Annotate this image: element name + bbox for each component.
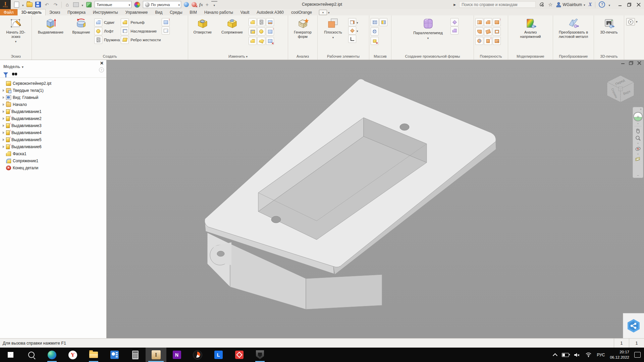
- battery-icon[interactable]: [562, 353, 569, 357]
- tab-bim[interactable]: BIM: [186, 9, 201, 15]
- tree-item-fillet1[interactable]: Сопряжение1: [0, 157, 106, 164]
- point-button[interactable]: [348, 26, 356, 35]
- mirror-button[interactable]: [379, 18, 387, 26]
- view-cube[interactable]: Перед Справа Верх: [603, 73, 638, 106]
- group-label-modify[interactable]: Изменить: [188, 53, 288, 60]
- emboss-button[interactable]: Рельеф: [121, 18, 161, 26]
- open-button[interactable]: [26, 2, 33, 8]
- bend-part-button[interactable]: [257, 37, 265, 45]
- rectangular-pattern-button[interactable]: [371, 18, 379, 26]
- tree-item-extrusion4[interactable]: Выдавливание4: [0, 129, 106, 136]
- expander[interactable]: [3, 103, 4, 106]
- taskbar-onenote-button[interactable]: N: [166, 348, 187, 362]
- ribbon-collapse-dropdown[interactable]: [636, 18, 638, 24]
- tree-item-extrusion3[interactable]: Выдавливание3: [0, 122, 106, 129]
- render-dropdown[interactable]: [82, 2, 84, 8]
- fillet-button[interactable]: Сопряжение: [217, 16, 248, 51]
- expander[interactable]: [3, 96, 4, 99]
- start-2d-sketch-button[interactable]: Начать 2D-эскиз: [2, 16, 29, 51]
- tab-file[interactable]: Файл: [0, 9, 17, 15]
- browser-help-icon[interactable]: ?: [99, 67, 104, 72]
- undo-button[interactable]: ↶: [44, 2, 50, 8]
- extrude-button[interactable]: Выдавливание: [33, 16, 68, 51]
- ucs-button[interactable]: [348, 35, 356, 43]
- tree-item-chamfer1[interactable]: Фаска1: [0, 150, 106, 157]
- sweep-button[interactable]: Сдвиг: [94, 18, 120, 26]
- zoom-dropdown[interactable]: ▾: [637, 142, 639, 144]
- surface-flange-button[interactable]: [484, 18, 492, 26]
- wifi-icon[interactable]: [585, 352, 592, 357]
- delete-face-button[interactable]: [266, 37, 274, 45]
- material-browser-button[interactable]: [86, 2, 92, 8]
- taskbar-mail-button[interactable]: [104, 348, 125, 362]
- hole-button[interactable]: Отверстие: [190, 16, 216, 51]
- account-menu[interactable]: WGairbum: [556, 2, 585, 7]
- material-select[interactable]: Типовые: [95, 1, 131, 8]
- navbar-wheel-dropdown[interactable]: ▾: [637, 123, 639, 125]
- taskbar-wot-button[interactable]: [250, 348, 270, 362]
- look-at-button[interactable]: [635, 157, 641, 162]
- ribbon-collapse-button[interactable]: ▼: [626, 18, 635, 25]
- tree-item-solid-bodies[interactable]: Твердые тела(1): [0, 87, 106, 94]
- help-dropdown[interactable]: [608, 2, 610, 8]
- doc-restore-button[interactable]: [629, 61, 633, 65]
- new-file-button[interactable]: [13, 2, 19, 8]
- taskbar-inventor-button[interactable]: I: [146, 348, 166, 362]
- thicken-button[interactable]: [484, 37, 492, 45]
- add-qat-button[interactable]: +: [206, 2, 209, 7]
- restore-button[interactable]: [627, 3, 631, 7]
- navbar-close-icon[interactable]: ×: [640, 108, 642, 111]
- tree-item-extrusion5[interactable]: Выдавливание5: [0, 136, 106, 143]
- loft-button[interactable]: Лофт: [94, 27, 120, 35]
- tab-sketch[interactable]: Эскиз: [46, 9, 64, 15]
- freeform-edit-button[interactable]: [450, 18, 459, 26]
- taskbar-edge-button[interactable]: [42, 348, 62, 362]
- zoom-button[interactable]: [635, 135, 641, 141]
- tab-view[interactable]: Вид: [151, 9, 166, 15]
- parameters-button[interactable]: fx: [199, 2, 203, 7]
- volume-muted-icon[interactable]: [574, 352, 580, 358]
- boss-button[interactable]: [249, 27, 257, 36]
- minimize-button[interactable]: [618, 3, 622, 6]
- derive-part-button[interactable]: [162, 18, 170, 26]
- derive-button[interactable]: Наследование: [121, 27, 161, 35]
- freeform-box-button[interactable]: Параллелепипед: [407, 16, 449, 51]
- taskbar-launcher-button[interactable]: [229, 348, 250, 362]
- ruled-surface-button[interactable]: [493, 37, 501, 45]
- part-model[interactable]: [107, 60, 644, 338]
- help-button[interactable]: ?: [599, 1, 605, 8]
- taskbar-lightshot-button[interactable]: L: [208, 348, 229, 362]
- tab-get-started[interactable]: Начало работы: [201, 9, 237, 15]
- pan-button[interactable]: [635, 128, 641, 134]
- axis-button[interactable]: [348, 18, 356, 26]
- expander[interactable]: [3, 138, 4, 141]
- start-button[interactable]: [0, 348, 21, 362]
- trim-surface-button[interactable]: [484, 27, 492, 36]
- sculpt-button[interactable]: [475, 37, 483, 45]
- ribbon-display-toggle[interactable]: ▲: [319, 9, 330, 15]
- shape-generator-button[interactable]: Генератор форм: [290, 16, 316, 51]
- notification-center-icon[interactable]: [634, 352, 641, 358]
- point-dropdown[interactable]: [357, 27, 358, 34]
- shell-button[interactable]: [249, 18, 257, 26]
- navbar-collapse-icon[interactable]: −: [637, 174, 639, 177]
- taskbar-calculator-button[interactable]: [125, 348, 146, 362]
- rib-button[interactable]: Ребро жесткости: [121, 36, 161, 44]
- taskbar-opera-button[interactable]: [187, 348, 208, 362]
- new-file-dropdown[interactable]: [22, 2, 24, 8]
- expander[interactable]: [3, 131, 4, 134]
- qat-customize-button[interactable]: [211, 1, 217, 8]
- thread-button[interactable]: [257, 18, 265, 26]
- extend-surface-button[interactable]: [493, 18, 501, 26]
- sweep-surface-button[interactable]: [266, 18, 274, 26]
- tree-item-view-main[interactable]: Вид: Главный: [0, 94, 106, 101]
- tree-item-end-of-part[interactable]: Конец детали: [0, 164, 106, 171]
- stress-analysis-button[interactable]: Анализ напряжений: [515, 16, 547, 51]
- orbit-dropdown[interactable]: ▾: [637, 153, 639, 155]
- tree-item-extrusion1[interactable]: Выдавливание1: [0, 108, 106, 115]
- revolve-button[interactable]: Вращение: [69, 16, 93, 51]
- expander[interactable]: [3, 124, 4, 127]
- taskbar-search-button[interactable]: [21, 348, 42, 362]
- doc-close-button[interactable]: [637, 61, 641, 65]
- import-button[interactable]: [162, 26, 170, 35]
